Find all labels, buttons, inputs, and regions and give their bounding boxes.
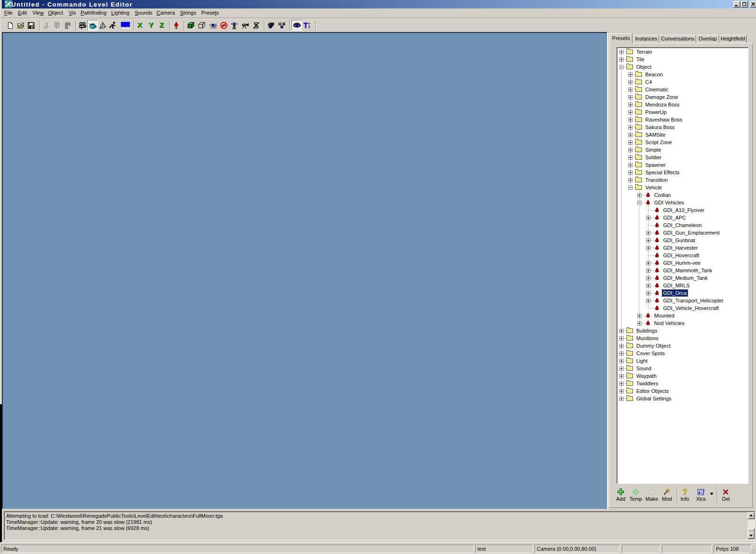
svg-text:?: ? [682,488,687,496]
